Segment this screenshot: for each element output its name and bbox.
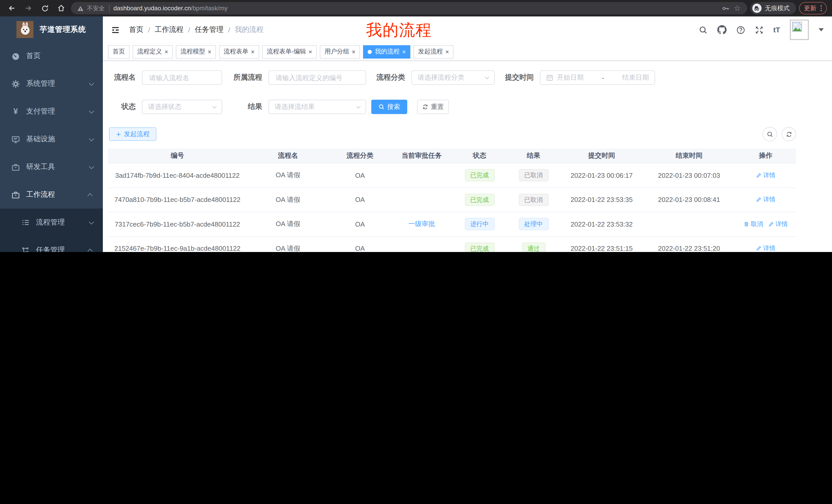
cancel-link[interactable]: 取消 — [744, 220, 763, 229]
process-name-input-wrap — [142, 71, 222, 85]
edit-icon — [756, 197, 761, 203]
chevron-up-icon — [87, 193, 93, 198]
home-icon[interactable] — [54, 2, 68, 15]
back-icon[interactable] — [5, 2, 19, 15]
table-row: 7470a810-7b9b-11ec-b5b7-acde48001122 OA … — [108, 188, 796, 212]
sidebar-item-process-management[interactable]: 流程管理 — [0, 208, 103, 236]
toolbox-icon — [11, 163, 20, 171]
tab-process-definition[interactable]: 流程定义× — [133, 45, 173, 58]
current-task-link[interactable]: 一级审批 — [408, 220, 435, 229]
sidebar-item-task-management[interactable]: 任务管理 — [0, 236, 103, 252]
dashboard-icon — [11, 52, 20, 60]
start-date-placeholder: 开始日期 — [557, 73, 583, 82]
sidebar-item-workflow[interactable]: 工作流程 — [0, 181, 103, 208]
flow-icon — [22, 246, 30, 252]
tab-my-process[interactable]: 我的流程× — [363, 45, 410, 58]
tab-user-group[interactable]: 用户分组× — [320, 45, 360, 58]
status-select[interactable]: 请选择状态 — [142, 100, 222, 114]
breadcrumb-item[interactable]: 首页 — [129, 25, 144, 34]
divider — [109, 5, 109, 12]
close-icon[interactable]: × — [445, 49, 449, 55]
monitor-icon — [11, 135, 20, 144]
close-icon[interactable]: × — [208, 49, 211, 55]
app-logo[interactable]: 芋道管理系统 — [0, 17, 103, 42]
avatar[interactable] — [790, 20, 809, 40]
screen: 不安全 dashboard.yudao.iocoder.cn/bpm/task/… — [0, 0, 832, 252]
reload-icon[interactable] — [38, 2, 51, 15]
sidebar-item-system[interactable]: 系统管理 — [0, 70, 103, 97]
search-icon — [379, 104, 385, 110]
reset-button[interactable]: 重置 — [417, 100, 449, 114]
caret-down-icon[interactable] — [818, 28, 824, 31]
tab-home[interactable]: 首页 — [108, 45, 130, 58]
font-size-icon[interactable]: tT — [773, 26, 780, 34]
update-button[interactable]: 更新 — [799, 2, 827, 15]
sidebar-item-payment[interactable]: ¥ 支付管理 — [0, 97, 103, 125]
col-header-submit-time: 提交时间 — [561, 151, 643, 160]
update-label: 更新 — [804, 4, 816, 12]
chevron-down-icon — [89, 108, 94, 113]
close-icon[interactable]: × — [251, 49, 255, 55]
breadcrumb-item[interactable]: 任务管理 — [195, 25, 224, 34]
table-row: 7317cec6-7b9b-11ec-b5b7-acde48001122 OA … — [108, 212, 796, 236]
status-badge: 已完成 — [465, 243, 494, 252]
search-button[interactable]: 搜索 — [371, 100, 407, 114]
search-icon[interactable] — [699, 25, 707, 34]
show-search-button[interactable] — [762, 127, 777, 141]
close-icon[interactable]: × — [309, 49, 312, 55]
refresh-button[interactable] — [782, 127, 796, 141]
sidebar-item-infrastructure[interactable]: 基础设施 — [0, 125, 103, 153]
browser-menu-icon[interactable] — [821, 5, 822, 11]
sidebar-item-label: 工作流程 — [26, 190, 55, 199]
sidebar-item-home[interactable]: 首页 — [0, 42, 103, 70]
logo-image — [17, 21, 33, 38]
bookmark-star-icon[interactable]: ☆ — [734, 4, 741, 13]
chevron-down-icon — [89, 219, 94, 224]
tab-process-form[interactable]: 流程表单× — [219, 45, 259, 58]
address-bar[interactable]: 不安全 dashboard.yudao.iocoder.cn/bpm/task/… — [71, 2, 747, 15]
result-badge: 已取消 — [519, 169, 548, 181]
close-icon[interactable]: × — [402, 49, 406, 55]
yen-icon: ¥ — [11, 107, 20, 116]
detail-link[interactable]: 详情 — [768, 220, 788, 229]
incognito-label: 无痕模式 — [765, 4, 789, 12]
list-icon — [22, 218, 30, 227]
forward-icon[interactable] — [22, 2, 35, 15]
warning-icon — [77, 5, 84, 11]
process-definition-input[interactable] — [275, 73, 360, 82]
col-header-status: 状态 — [452, 151, 506, 160]
tab-process-model[interactable]: 流程模型× — [176, 45, 216, 58]
github-icon[interactable] — [717, 25, 727, 34]
chevron-down-icon — [485, 75, 489, 79]
detail-link[interactable]: 详情 — [756, 171, 775, 180]
help-icon[interactable] — [736, 25, 745, 34]
breadcrumb-item[interactable]: 工作流程 — [155, 25, 184, 34]
submit-time-range-picker[interactable]: 开始日期 - 结束日期 — [540, 71, 655, 85]
result-badge: 处理中 — [519, 218, 548, 230]
filter-row-2: 状态 请选择状态 结果 请选择流结果 搜索 重置 — [108, 100, 827, 114]
security-warning[interactable]: 不安全 — [77, 4, 105, 12]
start-process-button[interactable]: 发起流程 — [109, 128, 156, 141]
process-name-input[interactable] — [148, 73, 216, 82]
status-badge: 已完成 — [465, 169, 494, 181]
close-icon[interactable]: × — [352, 49, 355, 55]
process-category-select[interactable]: 请选择流程分类 — [411, 71, 495, 85]
result-select[interactable]: 请选择流结果 — [268, 100, 366, 114]
trash-icon — [744, 221, 749, 227]
detail-link[interactable]: 详情 — [756, 195, 775, 204]
sidebar-item-label: 系统管理 — [26, 79, 55, 88]
tab-process-form-edit[interactable]: 流程表单-编辑× — [262, 45, 317, 58]
sidebar-item-devtools[interactable]: 研发工具 — [0, 153, 103, 181]
end-date-placeholder: 结束日期 — [622, 73, 649, 82]
fullscreen-icon[interactable] — [755, 25, 763, 34]
tab-start-process[interactable]: 发起流程× — [413, 45, 453, 58]
sidebar-item-label: 研发工具 — [26, 162, 55, 172]
url-text[interactable]: dashboard.yudao.iocoder.cn/bpm/task/my — [113, 5, 228, 12]
detail-link[interactable]: 详情 — [756, 244, 775, 252]
top-navbar: 首页/ 工作流程/ 任务管理/ 我的流程 tT — [103, 17, 832, 43]
plus-icon — [116, 131, 121, 137]
collapse-sidebar-icon[interactable] — [111, 25, 120, 34]
close-icon[interactable]: × — [164, 49, 168, 55]
sidebar-item-label: 流程管理 — [36, 218, 65, 227]
key-icon[interactable] — [722, 4, 730, 12]
